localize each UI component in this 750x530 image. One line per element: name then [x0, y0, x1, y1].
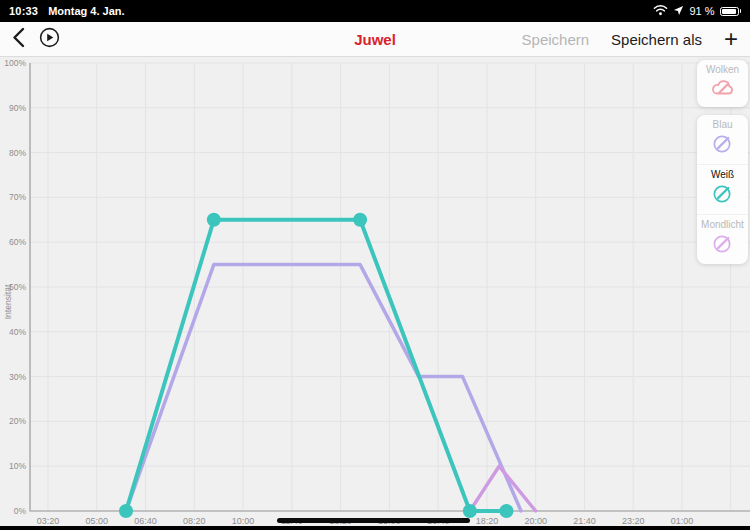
x-tick-label: 23:20 — [622, 516, 645, 526]
nav-bar: Juwel Speichern Speichern als + — [0, 22, 750, 57]
save-as-button[interactable]: Speichern als — [611, 31, 702, 48]
y-axis-label: Intensität — [3, 284, 13, 319]
circle-pencil-icon — [711, 232, 734, 259]
channel-button-wei[interactable]: Weiß — [697, 164, 748, 214]
control-point-dot[interactable] — [463, 504, 477, 518]
play-button[interactable] — [39, 27, 60, 51]
y-tick-label: 60% — [9, 237, 26, 247]
x-tick-label: 21:40 — [573, 516, 596, 526]
channel-button-blau[interactable]: Blau — [697, 115, 748, 164]
wifi-icon — [653, 4, 668, 18]
battery-icon — [720, 7, 742, 16]
channel-label: Blau — [712, 119, 732, 130]
play-circle-icon — [39, 27, 60, 51]
screen-bottom-bezel — [0, 526, 750, 530]
y-tick-label: 90% — [9, 103, 26, 113]
control-point-dot[interactable] — [353, 213, 367, 227]
save-button[interactable]: Speichern — [522, 31, 590, 48]
channel-button-mondlicht[interactable]: Mondlicht — [697, 214, 748, 264]
channel-label: Wolken — [706, 64, 739, 75]
y-tick-label: 0% — [14, 506, 27, 516]
x-tick-label: 01:00 — [671, 516, 694, 526]
home-indicator[interactable] — [277, 518, 470, 523]
circle-pencil-icon — [711, 132, 734, 159]
control-point-dot[interactable] — [207, 213, 221, 227]
chevron-left-icon — [12, 27, 25, 51]
channel-card-wolken: Wolken — [697, 60, 748, 107]
y-tick-label: 100% — [4, 58, 26, 68]
y-tick-label: 30% — [9, 372, 26, 382]
y-tick-label: 10% — [9, 461, 26, 471]
channel-button-wolken[interactable]: Wolken — [697, 60, 748, 107]
status-time: 10:33 — [9, 5, 38, 17]
y-tick-label: 80% — [9, 148, 26, 158]
y-tick-label: 70% — [9, 192, 26, 202]
channel-panel: Wolken Blau Weiß Mondlicht — [697, 60, 748, 272]
status-date: Montag 4. Jan. — [48, 5, 124, 17]
x-tick-label: 18:20 — [476, 516, 499, 526]
x-tick-label: 05:00 — [86, 516, 109, 526]
channel-label: Weiß — [711, 169, 734, 180]
x-tick-label: 03:20 — [37, 516, 60, 526]
channel-card-group: Blau Weiß Mondlicht — [697, 115, 748, 264]
control-point-dot[interactable] — [499, 504, 513, 518]
channel-label: Mondlicht — [701, 219, 744, 230]
intensity-chart[interactable]: 0%10%20%30%40%50%60%70%80%90%100%03:2005… — [0, 57, 750, 530]
control-point-dot[interactable] — [119, 504, 133, 518]
y-tick-label: 20% — [9, 416, 26, 426]
back-button[interactable] — [12, 27, 25, 51]
cloud-pencil-icon — [709, 77, 736, 102]
series-line-mondlicht[interactable] — [470, 466, 536, 511]
add-button[interactable]: + — [724, 29, 738, 49]
y-tick-label: 40% — [9, 327, 26, 337]
x-tick-label: 10:00 — [232, 516, 255, 526]
x-tick-label: 06:40 — [134, 516, 157, 526]
series-line-blau[interactable] — [126, 265, 521, 511]
circle-pencil-icon — [711, 182, 734, 209]
location-arrow-icon — [673, 5, 684, 18]
battery-percent: 91 % — [689, 5, 714, 17]
status-bar: 10:33 Montag 4. Jan. 91 % — [0, 0, 750, 22]
x-tick-label: 08:20 — [183, 516, 206, 526]
x-tick-label: 20:00 — [524, 516, 547, 526]
